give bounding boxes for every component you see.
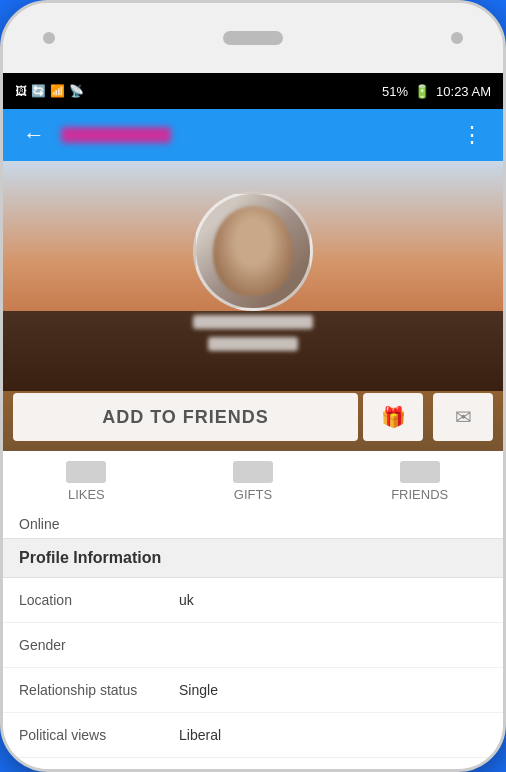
tab-likes-label: LIKES <box>68 487 105 510</box>
signal-icon: 📡 <box>69 84 84 98</box>
avatar-face <box>213 206 293 296</box>
name-bar-primary <box>193 315 313 329</box>
gift-button[interactable]: 🎁 <box>363 393 423 441</box>
overflow-menu-button[interactable]: ⋮ <box>453 118 491 152</box>
friends-icon <box>400 461 440 483</box>
gift-icon: 🎁 <box>381 405 406 429</box>
add-to-friends-button[interactable]: ADD TO FRIENDS <box>13 393 358 441</box>
profile-cover: ADD TO FRIENDS 🎁 ✉ <box>3 161 503 451</box>
avatar-container <box>193 191 313 311</box>
battery-level: 51% <box>382 84 408 99</box>
name-blur-bars <box>193 315 313 351</box>
tab-gifts-label: GIFTS <box>234 487 272 510</box>
likes-icon <box>66 461 106 483</box>
info-row-relationship: Relationship status Single <box>3 668 503 713</box>
location-value: uk <box>179 592 194 608</box>
app-bar-title <box>61 127 453 143</box>
phone-speaker <box>223 31 283 45</box>
tabs-section: LIKES GIFTS FRIENDS Online <box>3 451 503 538</box>
tab-gifts[interactable]: GIFTS <box>170 461 337 510</box>
phone-top-bar <box>3 3 503 73</box>
battery-icon: 🔋 <box>414 84 430 99</box>
profile-info-section: Profile Information Location uk Gender R… <box>3 538 503 769</box>
tab-friends[interactable]: FRIENDS <box>336 461 503 510</box>
sync-icon: 🔄 <box>31 84 46 98</box>
phone-dot-right <box>451 32 463 44</box>
info-row-location: Location uk <box>3 578 503 623</box>
name-bar-secondary <box>208 337 298 351</box>
info-row-gender: Gender <box>3 623 503 668</box>
relationship-value: Single <box>179 682 218 698</box>
status-left-icons: 🖼 🔄 📶 📡 <box>15 84 84 98</box>
back-button[interactable]: ← <box>15 118 53 152</box>
phone-dot-left <box>43 32 55 44</box>
phone-screen: 🖼 🔄 📶 📡 51% 🔋 10:23 AM ← ⋮ <box>3 73 503 769</box>
profile-info-header: Profile Information <box>3 538 503 578</box>
gifts-icon <box>233 461 273 483</box>
status-bar: 🖼 🔄 📶 📡 51% 🔋 10:23 AM <box>3 73 503 109</box>
clock: 10:23 AM <box>436 84 491 99</box>
notification-icon: 🖼 <box>15 84 27 98</box>
online-status: Online <box>3 510 503 538</box>
political-value: Liberal <box>179 727 221 743</box>
relationship-key: Relationship status <box>19 682 179 698</box>
mail-icon: ✉ <box>455 405 472 429</box>
profile-action-row: ADD TO FRIENDS 🎁 ✉ <box>3 383 503 451</box>
app-bar: ← ⋮ <box>3 109 503 161</box>
location-key: Location <box>19 592 179 608</box>
message-button[interactable]: ✉ <box>433 393 493 441</box>
wifi-icon: 📶 <box>50 84 65 98</box>
political-key: Political views <box>19 727 179 743</box>
info-row-political: Political views Liberal <box>3 713 503 758</box>
avatar <box>193 191 313 311</box>
phone-device: 🖼 🔄 📶 📡 51% 🔋 10:23 AM ← ⋮ <box>0 0 506 772</box>
tabs-icons-row: LIKES GIFTS FRIENDS <box>3 451 503 510</box>
tab-friends-label: FRIENDS <box>391 487 448 510</box>
tab-likes[interactable]: LIKES <box>3 461 170 510</box>
gender-key: Gender <box>19 637 179 653</box>
username-blurred <box>61 127 171 143</box>
